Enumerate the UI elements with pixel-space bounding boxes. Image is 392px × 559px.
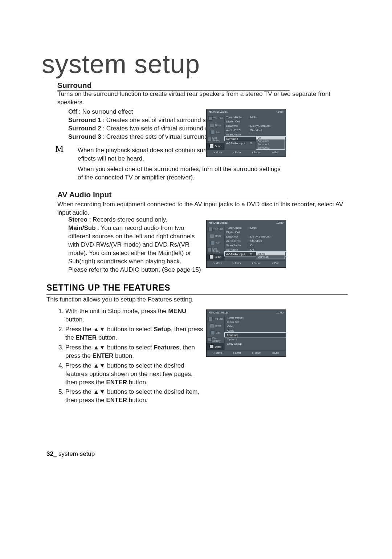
osd3-side-3: Disc Setting bbox=[212, 337, 224, 342]
osd-features: No Disc Setup 12:00 Title List Timer Edi… bbox=[206, 309, 286, 357]
disc-icon bbox=[207, 248, 212, 252]
osd-list-item: Video bbox=[225, 324, 286, 328]
osd2-sidebar: Title List Timer Edit Disc Setting Setup bbox=[207, 226, 225, 260]
osd-row: Audio DRC: Standard bbox=[225, 128, 286, 132]
osd3-side-2: Edit bbox=[216, 332, 220, 334]
osd-row: Digital Out bbox=[225, 119, 286, 123]
heading-surround: Surround bbox=[57, 81, 290, 91]
note-mark-icon: M bbox=[55, 143, 64, 154]
opt-stereo-name: Stereo bbox=[68, 216, 87, 223]
osd3-time: 12:00 bbox=[276, 311, 283, 314]
osd2-side-1: Timer bbox=[215, 235, 221, 237]
osd-list-item: Audio bbox=[225, 328, 286, 333]
osd2-foot-exit: e Exit bbox=[272, 262, 279, 264]
osd-list-item: Options bbox=[225, 337, 286, 341]
edit-icon bbox=[211, 331, 215, 335]
osd2-foot-enter: s Enter bbox=[233, 262, 241, 264]
osd-row: Scan Audio: On bbox=[225, 243, 286, 247]
surround-intro: Turns on the surround function to create… bbox=[57, 90, 348, 107]
osd3-foot-exit: e Exit bbox=[272, 352, 279, 354]
step-item: Press the ▲▼ buttons to select the desir… bbox=[65, 362, 205, 387]
step-item: Press the ▲▼ buttons to select Features,… bbox=[65, 344, 205, 360]
osd1-title: Audio bbox=[220, 110, 228, 114]
osd2-title: Audio bbox=[220, 221, 228, 224]
timer-icon bbox=[210, 234, 214, 238]
osd2-side-2: Edit bbox=[216, 242, 220, 244]
osd1-side-2: Edit bbox=[216, 131, 220, 134]
osd1-list: Tuner Audio: MainDigital OutDownmix: Dol… bbox=[225, 115, 286, 150]
osd2-nodisc: No Disc bbox=[209, 221, 220, 224]
osd-row: Downmix: Dolby Surround bbox=[225, 123, 286, 128]
osd-row: Tuner Audio: Main bbox=[225, 226, 286, 230]
disc-icon bbox=[207, 137, 212, 141]
osd2-side-4: Setup bbox=[215, 256, 221, 258]
osd-popup-option: Surround2 bbox=[256, 143, 285, 146]
edit-icon bbox=[211, 130, 215, 134]
timer-icon bbox=[210, 123, 214, 127]
page-title: system setup bbox=[42, 49, 200, 79]
opt-off-desc: : No surround effect bbox=[77, 108, 133, 115]
opt-ref: Please refer to the AUDIO button. (See p… bbox=[68, 266, 204, 274]
osd-popup-option: Surround1 bbox=[256, 139, 285, 143]
osd2-time: 12:00 bbox=[276, 221, 283, 224]
page-footer: 32_ system setup bbox=[46, 450, 95, 458]
step-item: Press the ▲▼ buttons to select Setup, th… bbox=[65, 325, 205, 342]
gear-icon bbox=[209, 255, 214, 259]
av-options: Stereo : Records stereo sound only. Main… bbox=[68, 216, 204, 274]
features-steps: With the unit in Stop mode, press the ME… bbox=[57, 307, 205, 406]
osd1-side-3: Disc Setting bbox=[212, 137, 224, 142]
osd-popup: StereoMain/Sub bbox=[256, 252, 285, 259]
osd2-foot-return: r Return bbox=[252, 262, 261, 264]
osd-list-item: Clock Set bbox=[225, 320, 286, 324]
osd1-sidebar: Title List Timer Edit Disc Setting Setup bbox=[207, 115, 225, 150]
osd-row: Audio DRC: Standard bbox=[225, 239, 286, 243]
osd3-nodisc: No Disc bbox=[209, 311, 220, 314]
gear-icon bbox=[209, 344, 214, 349]
osd3-list: Tuner PresetClock SetVideoAudioFeaturesO… bbox=[225, 315, 286, 350]
timer-icon bbox=[210, 324, 214, 328]
osd2-side-0: Title List bbox=[213, 228, 223, 230]
osd3-sidebar: Title List Timer Edit Disc Setting Setup bbox=[207, 315, 225, 350]
av-intro: When recording from equipment connected … bbox=[57, 200, 348, 217]
osd1-side-0: Title List bbox=[213, 117, 223, 120]
osd1-foot-enter: s Enter bbox=[233, 151, 241, 154]
osd-row: Tuner Audio: Main bbox=[225, 115, 286, 119]
gear-icon bbox=[209, 144, 214, 148]
note-2: When you select one of the surround mode… bbox=[78, 165, 285, 182]
osd3-foot-enter: s Enter bbox=[233, 352, 241, 354]
footer-label: system setup bbox=[58, 450, 95, 457]
osd-row: Surround: Off bbox=[225, 247, 286, 252]
step-item: Press the ▲▼ buttons to select the desir… bbox=[65, 388, 205, 405]
osd2-side-3: Disc Setting bbox=[212, 247, 224, 252]
osd3-side-0: Title List bbox=[213, 317, 223, 320]
osd-row: Digital Out bbox=[225, 230, 286, 234]
osd-avinput: No Disc Audio 12:00 Title List Timer Edi… bbox=[206, 220, 286, 268]
osd3-foot-move: > Move bbox=[213, 352, 222, 354]
heading-features: SETTING UP THE FEATURES bbox=[46, 283, 348, 295]
osd1-foot-move: > Move bbox=[213, 151, 222, 154]
osd-row: Downmix: Dolby Surround bbox=[225, 234, 286, 239]
features-intro: This function allows you to setup the Fe… bbox=[46, 296, 337, 304]
opt-s2-name: Surround 2 bbox=[68, 125, 101, 132]
osd-list-item: Easy Setup bbox=[225, 341, 286, 346]
step-item: With the unit in Stop mode, press the ME… bbox=[65, 307, 205, 324]
titlelist-icon bbox=[208, 317, 213, 321]
osd1-side-4: Setup bbox=[215, 145, 221, 147]
osd-popup-option: Main/Sub bbox=[256, 255, 285, 259]
osd1-foot-exit: e Exit bbox=[272, 151, 279, 154]
osd3-foot-return: r Return bbox=[252, 352, 261, 354]
osd1-time: 12:00 bbox=[276, 110, 283, 114]
osd3-title: Setup bbox=[220, 311, 228, 314]
opt-mainsub-name: Main/Sub bbox=[68, 224, 96, 231]
osd3-side-4: Setup bbox=[215, 345, 221, 348]
heading-av: AV Audio Input bbox=[57, 190, 290, 200]
titlelist-icon bbox=[208, 227, 213, 231]
osd-popup: OffSurround1Surround2Surround3 bbox=[256, 136, 285, 150]
page-number: 32_ bbox=[46, 450, 57, 457]
osd2-list: Tuner Audio: MainDigital OutDownmix: Dol… bbox=[225, 226, 286, 260]
osd-list-item: Features bbox=[225, 333, 286, 337]
opt-s1-name: Surround 1 bbox=[68, 117, 101, 123]
disc-icon bbox=[207, 337, 212, 342]
osd1-foot-return: r Return bbox=[252, 151, 261, 154]
edit-icon bbox=[211, 241, 215, 245]
